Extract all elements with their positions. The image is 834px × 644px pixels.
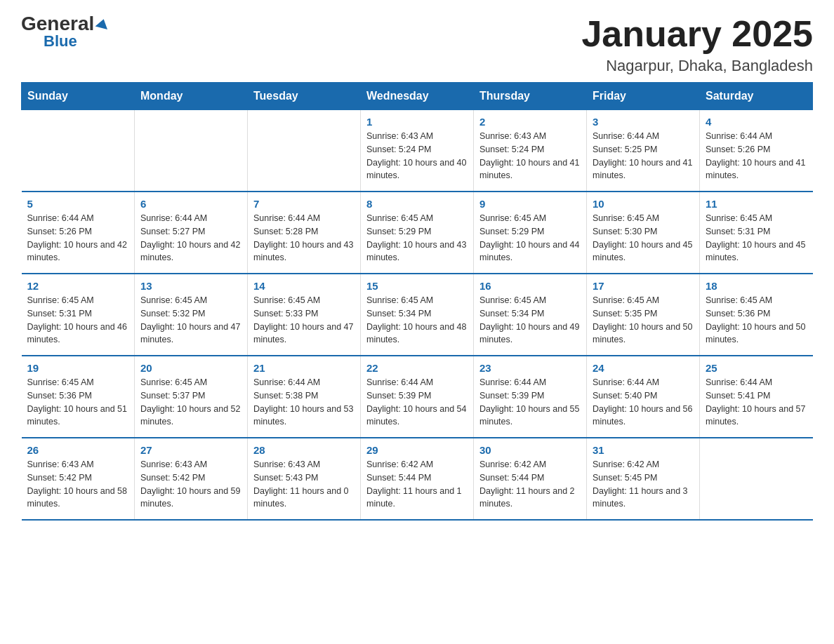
table-row: 10Sunrise: 6:45 AM Sunset: 5:30 PM Dayli… bbox=[587, 192, 700, 274]
table-row: 12Sunrise: 6:45 AM Sunset: 5:31 PM Dayli… bbox=[22, 274, 135, 356]
day-info: Sunrise: 6:45 AM Sunset: 5:33 PM Dayligh… bbox=[253, 294, 355, 347]
table-row: 5Sunrise: 6:44 AM Sunset: 5:26 PM Daylig… bbox=[22, 192, 135, 274]
day-info: Sunrise: 6:44 AM Sunset: 5:25 PM Dayligh… bbox=[593, 130, 694, 182]
table-row: 21Sunrise: 6:44 AM Sunset: 5:38 PM Dayli… bbox=[248, 356, 361, 438]
table-row: 26Sunrise: 6:43 AM Sunset: 5:42 PM Dayli… bbox=[22, 438, 135, 520]
day-info: Sunrise: 6:44 AM Sunset: 5:39 PM Dayligh… bbox=[479, 376, 581, 429]
day-info: Sunrise: 6:45 AM Sunset: 5:34 PM Dayligh… bbox=[366, 294, 468, 347]
header-thursday: Thursday bbox=[474, 83, 587, 110]
day-number: 2 bbox=[479, 116, 581, 128]
day-info: Sunrise: 6:43 AM Sunset: 5:43 PM Dayligh… bbox=[253, 458, 355, 511]
day-info: Sunrise: 6:45 AM Sunset: 5:36 PM Dayligh… bbox=[706, 294, 807, 347]
day-number: 11 bbox=[706, 198, 807, 210]
day-number: 16 bbox=[479, 280, 581, 292]
day-number: 26 bbox=[27, 444, 129, 456]
calendar-week-row: 19Sunrise: 6:45 AM Sunset: 5:36 PM Dayli… bbox=[22, 356, 813, 438]
day-info: Sunrise: 6:45 AM Sunset: 5:31 PM Dayligh… bbox=[706, 212, 807, 264]
table-row: 20Sunrise: 6:45 AM Sunset: 5:37 PM Dayli… bbox=[135, 356, 248, 438]
day-number: 30 bbox=[479, 444, 581, 456]
table-row: 27Sunrise: 6:43 AM Sunset: 5:42 PM Dayli… bbox=[135, 438, 248, 520]
table-row: 18Sunrise: 6:45 AM Sunset: 5:36 PM Dayli… bbox=[700, 274, 813, 356]
logo-blue-text: Blue bbox=[44, 34, 77, 49]
day-number: 1 bbox=[366, 116, 468, 128]
day-info: Sunrise: 6:44 AM Sunset: 5:40 PM Dayligh… bbox=[593, 376, 694, 429]
day-number: 24 bbox=[593, 362, 694, 374]
header-sunday: Sunday bbox=[22, 83, 135, 110]
day-number: 8 bbox=[366, 198, 468, 210]
table-row: 15Sunrise: 6:45 AM Sunset: 5:34 PM Dayli… bbox=[361, 274, 474, 356]
logo: General Blue bbox=[21, 14, 109, 49]
day-number: 25 bbox=[706, 362, 807, 374]
day-info: Sunrise: 6:42 AM Sunset: 5:44 PM Dayligh… bbox=[479, 458, 581, 511]
day-number: 31 bbox=[593, 444, 694, 456]
calendar-table: Sunday Monday Tuesday Wednesday Thursday… bbox=[21, 82, 813, 521]
day-info: Sunrise: 6:43 AM Sunset: 5:42 PM Dayligh… bbox=[140, 458, 241, 511]
calendar-week-row: 1Sunrise: 6:43 AM Sunset: 5:24 PM Daylig… bbox=[22, 110, 813, 192]
day-info: Sunrise: 6:42 AM Sunset: 5:45 PM Dayligh… bbox=[593, 458, 694, 511]
calendar-week-row: 12Sunrise: 6:45 AM Sunset: 5:31 PM Dayli… bbox=[22, 274, 813, 356]
day-number: 21 bbox=[253, 362, 355, 374]
logo-general-text: General bbox=[21, 14, 109, 34]
table-row: 16Sunrise: 6:45 AM Sunset: 5:34 PM Dayli… bbox=[474, 274, 587, 356]
day-info: Sunrise: 6:45 AM Sunset: 5:31 PM Dayligh… bbox=[27, 294, 129, 347]
table-row bbox=[248, 110, 361, 192]
day-info: Sunrise: 6:44 AM Sunset: 5:26 PM Dayligh… bbox=[706, 130, 807, 182]
table-row: 25Sunrise: 6:44 AM Sunset: 5:41 PM Dayli… bbox=[700, 356, 813, 438]
day-info: Sunrise: 6:44 AM Sunset: 5:28 PM Dayligh… bbox=[253, 212, 355, 264]
day-info: Sunrise: 6:45 AM Sunset: 5:35 PM Dayligh… bbox=[593, 294, 694, 347]
table-row: 22Sunrise: 6:44 AM Sunset: 5:39 PM Dayli… bbox=[361, 356, 474, 438]
day-info: Sunrise: 6:45 AM Sunset: 5:32 PM Dayligh… bbox=[140, 294, 241, 347]
day-number: 6 bbox=[140, 198, 241, 210]
header-wednesday: Wednesday bbox=[361, 83, 474, 110]
table-row: 1Sunrise: 6:43 AM Sunset: 5:24 PM Daylig… bbox=[361, 110, 474, 192]
header-saturday: Saturday bbox=[700, 83, 813, 110]
table-row: 17Sunrise: 6:45 AM Sunset: 5:35 PM Dayli… bbox=[587, 274, 700, 356]
day-number: 18 bbox=[706, 280, 807, 292]
day-number: 22 bbox=[366, 362, 468, 374]
calendar-week-row: 26Sunrise: 6:43 AM Sunset: 5:42 PM Dayli… bbox=[22, 438, 813, 520]
day-info: Sunrise: 6:42 AM Sunset: 5:44 PM Dayligh… bbox=[366, 458, 468, 511]
table-row: 13Sunrise: 6:45 AM Sunset: 5:32 PM Dayli… bbox=[135, 274, 248, 356]
page-subtitle: Nagarpur, Dhaka, Bangladesh bbox=[581, 57, 813, 75]
day-number: 7 bbox=[253, 198, 355, 210]
table-row: 31Sunrise: 6:42 AM Sunset: 5:45 PM Dayli… bbox=[587, 438, 700, 520]
table-row: 9Sunrise: 6:45 AM Sunset: 5:29 PM Daylig… bbox=[474, 192, 587, 274]
table-row: 7Sunrise: 6:44 AM Sunset: 5:28 PM Daylig… bbox=[248, 192, 361, 274]
calendar-header-row: Sunday Monday Tuesday Wednesday Thursday… bbox=[22, 83, 813, 110]
day-number: 3 bbox=[593, 116, 694, 128]
page-title: January 2025 bbox=[581, 14, 813, 54]
day-number: 17 bbox=[593, 280, 694, 292]
day-info: Sunrise: 6:44 AM Sunset: 5:38 PM Dayligh… bbox=[253, 376, 355, 429]
logo-triangle-icon bbox=[95, 18, 110, 29]
day-info: Sunrise: 6:45 AM Sunset: 5:36 PM Dayligh… bbox=[27, 376, 129, 429]
day-number: 27 bbox=[140, 444, 241, 456]
day-info: Sunrise: 6:45 AM Sunset: 5:29 PM Dayligh… bbox=[366, 212, 468, 264]
day-number: 14 bbox=[253, 280, 355, 292]
header-monday: Monday bbox=[135, 83, 248, 110]
day-info: Sunrise: 6:45 AM Sunset: 5:29 PM Dayligh… bbox=[479, 212, 581, 264]
table-row: 11Sunrise: 6:45 AM Sunset: 5:31 PM Dayli… bbox=[700, 192, 813, 274]
day-number: 12 bbox=[27, 280, 129, 292]
table-row: 4Sunrise: 6:44 AM Sunset: 5:26 PM Daylig… bbox=[700, 110, 813, 192]
day-number: 28 bbox=[253, 444, 355, 456]
day-number: 9 bbox=[479, 198, 581, 210]
day-info: Sunrise: 6:44 AM Sunset: 5:27 PM Dayligh… bbox=[140, 212, 241, 264]
table-row bbox=[135, 110, 248, 192]
day-info: Sunrise: 6:45 AM Sunset: 5:30 PM Dayligh… bbox=[593, 212, 694, 264]
day-number: 15 bbox=[366, 280, 468, 292]
day-info: Sunrise: 6:45 AM Sunset: 5:37 PM Dayligh… bbox=[140, 376, 241, 429]
day-number: 4 bbox=[706, 116, 807, 128]
day-info: Sunrise: 6:43 AM Sunset: 5:24 PM Dayligh… bbox=[366, 130, 468, 182]
table-row: 14Sunrise: 6:45 AM Sunset: 5:33 PM Dayli… bbox=[248, 274, 361, 356]
day-info: Sunrise: 6:44 AM Sunset: 5:26 PM Dayligh… bbox=[27, 212, 129, 264]
day-number: 23 bbox=[479, 362, 581, 374]
header-tuesday: Tuesday bbox=[248, 83, 361, 110]
day-number: 5 bbox=[27, 198, 129, 210]
day-info: Sunrise: 6:44 AM Sunset: 5:39 PM Dayligh… bbox=[366, 376, 468, 429]
day-info: Sunrise: 6:45 AM Sunset: 5:34 PM Dayligh… bbox=[479, 294, 581, 347]
table-row: 28Sunrise: 6:43 AM Sunset: 5:43 PM Dayli… bbox=[248, 438, 361, 520]
day-info: Sunrise: 6:44 AM Sunset: 5:41 PM Dayligh… bbox=[706, 376, 807, 429]
table-row: 30Sunrise: 6:42 AM Sunset: 5:44 PM Dayli… bbox=[474, 438, 587, 520]
day-number: 10 bbox=[593, 198, 694, 210]
table-row: 24Sunrise: 6:44 AM Sunset: 5:40 PM Dayli… bbox=[587, 356, 700, 438]
